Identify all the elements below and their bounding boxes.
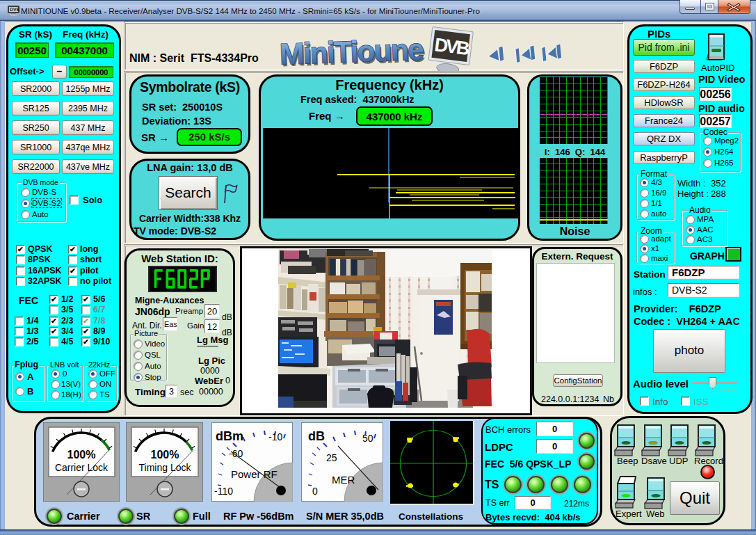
svg-text:MiniTioune: MiniTioune	[279, 32, 424, 70]
svg-text:Carrier Lock: Carrier Lock	[55, 462, 108, 473]
svg-text:0: 0	[312, 486, 318, 497]
svg-text:dBm: dBm	[216, 429, 243, 443]
svg-text:dB: dB	[308, 429, 325, 443]
svg-text:-10: -10	[268, 431, 282, 442]
svg-text:25: 25	[326, 452, 337, 463]
svg-text:-60: -60	[229, 448, 243, 459]
svg-text:DVB: DVB	[10, 7, 19, 12]
svg-text:50: 50	[362, 433, 373, 444]
svg-text:Timing Lock: Timing Lock	[139, 462, 192, 473]
svg-text:100%: 100%	[151, 449, 179, 461]
svg-text:Power RF: Power RF	[231, 468, 278, 480]
svg-text:-110: -110	[214, 486, 233, 497]
svg-text:100%: 100%	[67, 449, 96, 461]
svg-text:DVB: DVB	[433, 34, 471, 59]
svg-text:MER: MER	[332, 474, 355, 486]
